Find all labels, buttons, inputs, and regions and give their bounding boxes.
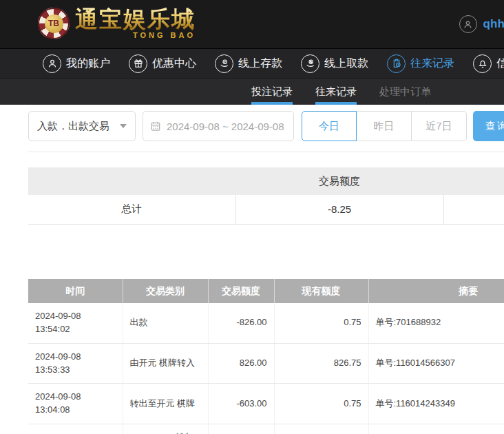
- cell-time: 2024-09-08 13:03:29: [28, 424, 123, 434]
- cell-balance: 603.75: [274, 424, 368, 434]
- summary-header-amount: 交易额度: [235, 167, 443, 195]
- cell-type: 由开元 棋牌转入: [123, 343, 208, 384]
- header-type: 交易类别: [123, 279, 208, 303]
- date-range-value: 2024-09-08 ~ 2024-09-08: [167, 121, 284, 132]
- tab-transaction-records[interactable]: 往来记录: [315, 79, 357, 105]
- logo-text: 通宝娱乐城 TONG BAO: [75, 8, 196, 39]
- tab-label: 投注记录: [251, 85, 293, 99]
- main-nav: 我的账户 优惠中心 线上存款: [0, 48, 504, 78]
- page: TB 通宝娱乐城 TONG BAO qhhw 我的账户: [0, 0, 504, 434]
- cell-type: CGPAY-CG钱包支付笔笔送优惠: [123, 424, 208, 434]
- nav-label: 优惠中心: [152, 56, 196, 71]
- cell-amount: -603.00: [208, 384, 274, 424]
- chip-label: TB: [45, 14, 63, 33]
- poker-chip-icon: TB: [38, 8, 70, 39]
- nav-label: 我的账户: [66, 56, 110, 71]
- nav-item-messages[interactable]: 信息: [473, 54, 504, 73]
- cell-amount: 3.00: [208, 424, 274, 434]
- cell-time: 2024-09-08 13:04:08: [28, 384, 123, 424]
- cell-time: 2024-09-08 13:53:33: [28, 343, 123, 384]
- nav-item-records[interactable]: 往来记录: [387, 54, 454, 73]
- cell-memo: 单号:202409093721401818: [368, 424, 504, 434]
- transaction-type-dropdown[interactable]: 入款．出款交易: [28, 111, 136, 141]
- nav-item-my-account[interactable]: 我的账户: [43, 54, 110, 73]
- quick-date-buttons: 今日 昨日 近7日: [302, 111, 467, 141]
- summary-total-label: 总计: [28, 195, 235, 224]
- logo-title: 通宝娱乐城: [75, 8, 196, 30]
- nav-item-withdraw[interactable]: 线上取款: [301, 54, 368, 73]
- divider: [28, 152, 504, 152]
- user-avatar-icon: [459, 15, 477, 33]
- tab-betting-records[interactable]: 投注记录: [251, 79, 293, 105]
- header-amount: 交易额度: [208, 279, 274, 303]
- gift-icon: [129, 54, 147, 73]
- table-row: 2024-09-08 13:54:02 出款 -826.00 0.75 单号:7…: [28, 303, 504, 343]
- cell-balance: 826.75: [274, 343, 368, 384]
- search-button[interactable]: 查询: [473, 111, 504, 141]
- summary-header-empty: [28, 167, 235, 195]
- table-header-row: 时间 交易类别 交易额度 现有额度 摘要: [28, 279, 504, 303]
- record-tabs: 投注记录 往来记录 处理中订单: [0, 78, 504, 105]
- nav-label: 往来记录: [410, 56, 454, 71]
- user-account[interactable]: qhhw: [459, 15, 504, 33]
- dropdown-value: 入款．出款交易: [37, 120, 109, 133]
- summary-total-value: -8.25: [235, 195, 443, 224]
- cell-amount: 826.00: [208, 343, 274, 384]
- bell-icon: [473, 54, 492, 73]
- summary-row: 总计 -8.25: [28, 195, 504, 224]
- yesterday-button[interactable]: 昨日: [357, 111, 412, 141]
- deposit-icon: [215, 54, 233, 73]
- summary-table: 交易额度 总计 -8.25: [28, 167, 504, 225]
- cell-amount: -826.00: [208, 303, 274, 343]
- cell-balance: 0.75: [274, 384, 368, 424]
- transactions-table: 时间 交易类别 交易额度 现有额度 摘要 2024-09-08 13:54:02…: [28, 279, 504, 434]
- table-row: 2024-09-08 13:03:29 CGPAY-CG钱包支付笔笔送优惠 3.…: [28, 424, 504, 434]
- cell-type: 出款: [123, 303, 208, 343]
- header-time: 时间: [28, 279, 123, 303]
- username: qhhw: [483, 17, 504, 31]
- cell-memo: 单号:701688932: [368, 303, 504, 343]
- table-row: 2024-09-08 13:04:08 转出至开元 棋牌 -603.00 0.7…: [28, 384, 504, 424]
- cell-time: 2024-09-08 13:54:02: [28, 303, 123, 343]
- site-logo[interactable]: TB 通宝娱乐城 TONG BAO: [38, 8, 196, 39]
- top-header: TB 通宝娱乐城 TONG BAO qhhw: [0, 0, 504, 48]
- table-row: 2024-09-08 13:53:33 由开元 棋牌转入 826.00 826.…: [28, 343, 504, 384]
- cell-balance: 0.75: [274, 303, 368, 343]
- nav-item-promotions[interactable]: 优惠中心: [129, 54, 196, 73]
- calendar-icon: [150, 121, 161, 132]
- records-icon: [387, 54, 406, 73]
- tab-processing-orders[interactable]: 处理中订单: [379, 79, 431, 105]
- cell-memo: 单号:116014566307: [368, 343, 504, 384]
- date-range-input[interactable]: 2024-09-08 ~ 2024-09-08: [143, 111, 294, 141]
- last7days-button[interactable]: 近7日: [412, 111, 467, 141]
- content-area: 入款．出款交易 2024-09-08 ~ 2024-09-08 今日 昨日 近7…: [0, 105, 504, 434]
- nav-label: 信息: [496, 56, 504, 71]
- cell-type: 转出至开元 棋牌: [123, 384, 208, 424]
- nav-label: 线上取款: [324, 56, 368, 71]
- summary-header-empty2: [443, 167, 504, 195]
- withdraw-icon: [301, 54, 319, 73]
- chevron-down-icon: [120, 124, 127, 128]
- tab-label: 处理中订单: [379, 85, 431, 99]
- logo-subtitle: TONG BAO: [75, 32, 196, 39]
- header-memo: 摘要: [368, 279, 504, 303]
- nav-label: 线上存款: [238, 56, 282, 71]
- tab-label: 往来记录: [315, 85, 357, 99]
- summary-empty-cell: [443, 195, 504, 224]
- nav-item-deposit[interactable]: 线上存款: [215, 54, 282, 73]
- header-balance: 现有额度: [274, 279, 368, 303]
- user-icon: [43, 54, 61, 73]
- today-button[interactable]: 今日: [302, 111, 357, 141]
- cell-memo: 单号:116014243349: [368, 384, 504, 424]
